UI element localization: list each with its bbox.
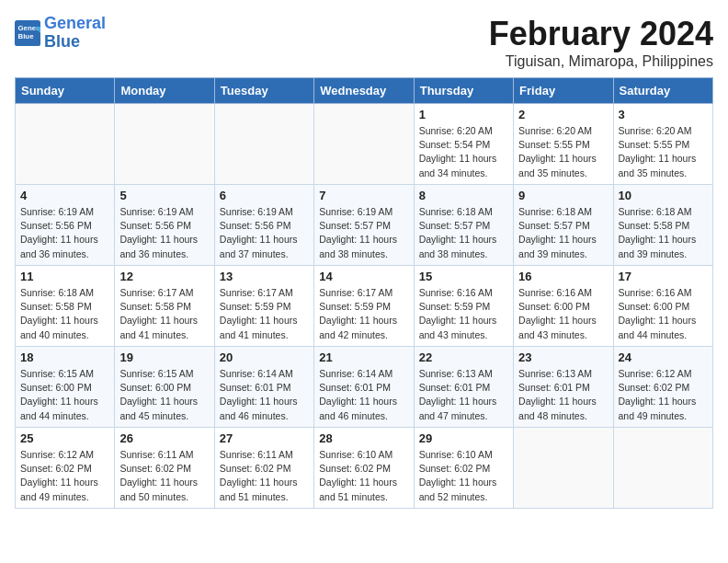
day-number: 23 (518, 350, 608, 364)
day-info: Sunrise: 6:12 AMSunset: 6:02 PMDaylight:… (20, 448, 109, 504)
day-info: Sunrise: 6:17 AMSunset: 5:59 PMDaylight:… (220, 286, 309, 342)
calendar-cell (314, 104, 414, 185)
day-info: Sunrise: 6:10 AMSunset: 6:02 PMDaylight:… (319, 448, 408, 504)
calendar-cell: 14Sunrise: 6:17 AMSunset: 5:59 PMDayligh… (314, 266, 414, 347)
day-header-sunday: Sunday (16, 78, 115, 104)
calendar-cell: 25Sunrise: 6:12 AMSunset: 6:02 PMDayligh… (16, 428, 115, 509)
day-number: 2 (518, 108, 608, 121)
calendar-cell: 1Sunrise: 6:20 AMSunset: 5:54 PMDaylight… (414, 104, 513, 185)
day-number: 22 (419, 350, 508, 364)
day-info: Sunrise: 6:18 AMSunset: 5:58 PMDaylight:… (619, 205, 708, 261)
calendar-cell: 11Sunrise: 6:18 AMSunset: 5:58 PMDayligh… (16, 266, 115, 347)
day-info: Sunrise: 6:17 AMSunset: 5:59 PMDaylight:… (319, 286, 408, 342)
day-number: 15 (419, 270, 508, 283)
svg-text:Blue: Blue (18, 32, 35, 40)
day-number: 13 (220, 270, 309, 283)
day-info: Sunrise: 6:12 AMSunset: 6:02 PMDaylight:… (619, 367, 708, 423)
calendar-cell: 6Sunrise: 6:19 AMSunset: 5:56 PMDaylight… (214, 185, 313, 266)
day-number: 5 (119, 189, 209, 202)
day-number: 27 (220, 431, 309, 445)
day-number: 21 (319, 350, 408, 364)
day-info: Sunrise: 6:19 AMSunset: 5:56 PMDaylight:… (220, 205, 309, 261)
calendar-cell: 13Sunrise: 6:17 AMSunset: 5:59 PMDayligh… (214, 266, 313, 347)
day-number: 10 (619, 189, 708, 202)
calendar-cell: 27Sunrise: 6:11 AMSunset: 6:02 PMDayligh… (214, 428, 313, 509)
day-info: Sunrise: 6:14 AMSunset: 6:01 PMDaylight:… (319, 367, 408, 423)
day-number: 6 (220, 189, 309, 202)
day-info: Sunrise: 6:13 AMSunset: 6:01 PMDaylight:… (518, 367, 608, 423)
day-number: 25 (20, 431, 109, 445)
day-info: Sunrise: 6:19 AMSunset: 5:56 PMDaylight:… (119, 205, 209, 261)
day-info: Sunrise: 6:15 AMSunset: 6:00 PMDaylight:… (119, 367, 209, 423)
day-info: Sunrise: 6:13 AMSunset: 6:01 PMDaylight:… (419, 367, 508, 423)
calendar-cell: 3Sunrise: 6:20 AMSunset: 5:55 PMDaylight… (613, 104, 712, 185)
day-header-thursday: Thursday (414, 78, 513, 104)
day-header-saturday: Saturday (613, 78, 712, 104)
day-info: Sunrise: 6:10 AMSunset: 6:02 PMDaylight:… (419, 448, 508, 504)
calendar-cell: 26Sunrise: 6:11 AMSunset: 6:02 PMDayligh… (115, 428, 214, 509)
day-info: Sunrise: 6:19 AMSunset: 5:56 PMDaylight:… (20, 205, 109, 261)
calendar-cell: 18Sunrise: 6:15 AMSunset: 6:00 PMDayligh… (16, 347, 115, 428)
day-info: Sunrise: 6:18 AMSunset: 5:58 PMDaylight:… (20, 286, 109, 342)
day-header-monday: Monday (115, 78, 214, 104)
calendar-subtitle: Tiguisan, Mimaropa, Philippines (489, 53, 713, 70)
day-info: Sunrise: 6:20 AMSunset: 5:55 PMDaylight:… (518, 124, 608, 180)
day-number: 28 (319, 431, 408, 445)
day-info: Sunrise: 6:16 AMSunset: 6:00 PMDaylight:… (518, 286, 608, 342)
calendar-cell: 8Sunrise: 6:18 AMSunset: 5:57 PMDaylight… (414, 185, 513, 266)
calendar-title: February 2024 (489, 15, 713, 53)
day-number: 8 (419, 189, 508, 202)
day-number: 3 (619, 108, 708, 121)
day-info: Sunrise: 6:20 AMSunset: 5:55 PMDaylight:… (619, 124, 708, 180)
calendar-cell: 12Sunrise: 6:17 AMSunset: 5:58 PMDayligh… (115, 266, 214, 347)
day-number: 24 (619, 350, 708, 364)
day-number: 26 (119, 431, 209, 445)
day-info: Sunrise: 6:16 AMSunset: 6:00 PMDaylight:… (619, 286, 708, 342)
day-number: 9 (518, 189, 608, 202)
calendar-cell: 17Sunrise: 6:16 AMSunset: 6:00 PMDayligh… (613, 266, 712, 347)
calendar-cell: 15Sunrise: 6:16 AMSunset: 5:59 PMDayligh… (414, 266, 513, 347)
day-number: 16 (518, 270, 608, 283)
calendar-cell (115, 104, 214, 185)
day-number: 17 (619, 270, 708, 283)
calendar-cell: 29Sunrise: 6:10 AMSunset: 6:02 PMDayligh… (414, 428, 513, 509)
logo: General Blue General Blue (15, 15, 106, 52)
day-info: Sunrise: 6:14 AMSunset: 6:01 PMDaylight:… (220, 367, 309, 423)
calendar-table: SundayMondayTuesdayWednesdayThursdayFrid… (15, 77, 713, 509)
day-number: 4 (20, 189, 109, 202)
day-header-tuesday: Tuesday (214, 78, 313, 104)
day-number: 11 (20, 270, 109, 283)
calendar-cell: 2Sunrise: 6:20 AMSunset: 5:55 PMDaylight… (514, 104, 613, 185)
day-info: Sunrise: 6:11 AMSunset: 6:02 PMDaylight:… (220, 448, 309, 504)
calendar-cell: 9Sunrise: 6:18 AMSunset: 5:57 PMDaylight… (514, 185, 613, 266)
day-info: Sunrise: 6:16 AMSunset: 5:59 PMDaylight:… (419, 286, 508, 342)
day-header-wednesday: Wednesday (314, 78, 414, 104)
calendar-cell: 20Sunrise: 6:14 AMSunset: 6:01 PMDayligh… (214, 347, 313, 428)
calendar-cell: 22Sunrise: 6:13 AMSunset: 6:01 PMDayligh… (414, 347, 513, 428)
calendar-cell: 19Sunrise: 6:15 AMSunset: 6:00 PMDayligh… (115, 347, 214, 428)
day-info: Sunrise: 6:18 AMSunset: 5:57 PMDaylight:… (419, 205, 508, 261)
day-number: 19 (119, 350, 209, 364)
calendar-cell: 7Sunrise: 6:19 AMSunset: 5:57 PMDaylight… (314, 185, 414, 266)
calendar-cell: 5Sunrise: 6:19 AMSunset: 5:56 PMDaylight… (115, 185, 214, 266)
day-number: 29 (419, 431, 508, 445)
day-info: Sunrise: 6:19 AMSunset: 5:57 PMDaylight:… (319, 205, 408, 261)
calendar-cell (514, 428, 613, 509)
logo-text: General Blue (44, 15, 106, 52)
calendar-cell (214, 104, 313, 185)
day-number: 12 (119, 270, 209, 283)
calendar-cell: 28Sunrise: 6:10 AMSunset: 6:02 PMDayligh… (314, 428, 414, 509)
day-info: Sunrise: 6:11 AMSunset: 6:02 PMDaylight:… (119, 448, 209, 504)
day-number: 14 (319, 270, 408, 283)
calendar-cell: 10Sunrise: 6:18 AMSunset: 5:58 PMDayligh… (613, 185, 712, 266)
day-number: 7 (319, 189, 408, 202)
day-header-friday: Friday (514, 78, 613, 104)
calendar-cell (613, 428, 712, 509)
header: General Blue General Blue February 2024 … (15, 15, 713, 70)
calendar-cell: 16Sunrise: 6:16 AMSunset: 6:00 PMDayligh… (514, 266, 613, 347)
calendar-cell: 4Sunrise: 6:19 AMSunset: 5:56 PMDaylight… (16, 185, 115, 266)
logo-icon: General Blue (15, 20, 40, 46)
calendar-cell: 23Sunrise: 6:13 AMSunset: 6:01 PMDayligh… (514, 347, 613, 428)
day-info: Sunrise: 6:18 AMSunset: 5:57 PMDaylight:… (518, 205, 608, 261)
calendar-cell: 24Sunrise: 6:12 AMSunset: 6:02 PMDayligh… (613, 347, 712, 428)
